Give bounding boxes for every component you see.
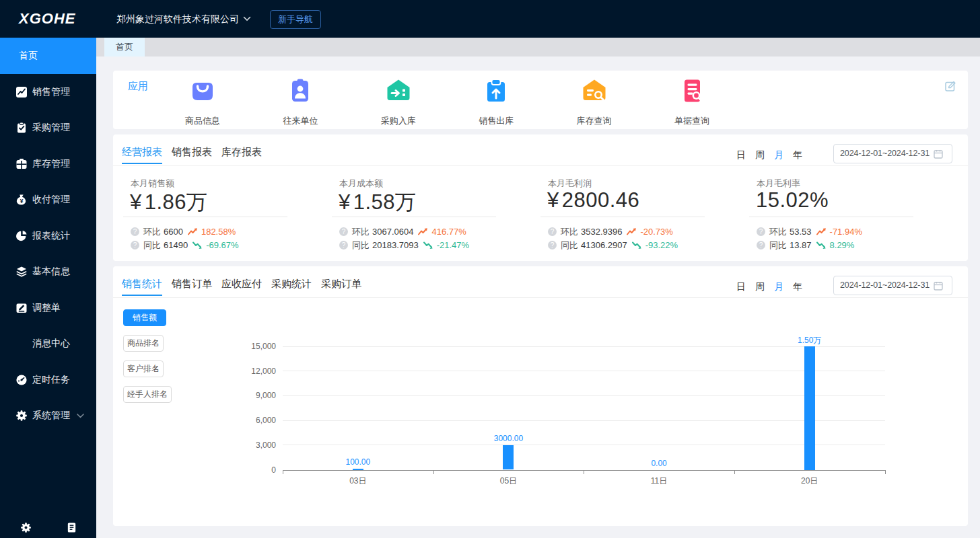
stat-row-name: 环比 [769, 226, 787, 238]
help-icon[interactable]: ? [548, 241, 557, 249]
timer-icon [15, 374, 28, 386]
x-axis-label: 11日 [632, 475, 686, 487]
stat-row-value: 41306.2907 [581, 240, 627, 250]
app-item-3[interactable]: 销售出库 [469, 77, 523, 127]
app-item-5[interactable]: 单据查询 [665, 77, 719, 127]
app-item-label: 采购入库 [372, 115, 425, 127]
chart-button-0[interactable]: 销售额 [123, 309, 166, 326]
sidebar-item-4[interactable]: ¥收付管理 [0, 182, 96, 219]
trend-up-icon [627, 227, 637, 236]
stat-row-value: 53.53 [790, 227, 812, 237]
stat-row-percent: -93.22% [645, 240, 678, 250]
sidebar-item-8[interactable]: 消息中心 [0, 326, 96, 362]
shopping-bag-icon [189, 77, 216, 104]
app-item-label: 往来单位 [273, 115, 327, 127]
app-item-label: 销售出库 [469, 115, 523, 127]
help-icon[interactable]: ? [339, 227, 348, 236]
period-年[interactable]: 年 [793, 149, 802, 161]
house-search-icon [581, 77, 608, 104]
sidebar-item-9[interactable]: 定时任务 [0, 362, 96, 398]
chevron-down-icon [77, 414, 84, 418]
chart-card: 销售统计销售订单应收应付采购统计采购订单 日周月年 2024-12-01~202… [113, 266, 968, 526]
x-axis-label: 05日 [481, 475, 535, 487]
report-tabs-row: 经营报表销售报表库存报表 日周月年 2024-12-01~2024-12-31 [113, 134, 968, 166]
trend-down-icon [423, 241, 433, 249]
trend-down-icon [193, 241, 203, 249]
stat-value: ¥2800.46 [547, 188, 639, 213]
stat-row-value: 6600 [164, 227, 183, 237]
stat-3-row-1: ? 同比 13.87 8.29% [757, 240, 854, 250]
chart-button-2[interactable]: 客户排名 [123, 360, 164, 377]
sidebar: 首页销售管理采购管理库存管理¥收付管理报表统计基本信息调整单消息中心定时任务系统… [0, 38, 96, 538]
sidebar-item-6[interactable]: 基本信息 [0, 254, 96, 291]
sidebar-item-3[interactable]: 库存管理 [0, 146, 96, 182]
help-icon[interactable]: ? [757, 227, 765, 236]
y-axis-label: 6,000 [236, 416, 276, 425]
settings-gear-icon[interactable] [20, 521, 32, 534]
stat-row-percent: -71.94% [830, 227, 862, 237]
help-icon[interactable]: ? [548, 227, 557, 236]
stat-0-row-1: ? 同比 61490 -69.67% [131, 240, 239, 250]
help-icon[interactable]: ? [339, 241, 348, 249]
chart-button-1[interactable]: 商品排名 [123, 335, 164, 352]
bar-0[interactable] [353, 469, 363, 470]
sidebar-item-home[interactable]: 首页 [0, 38, 96, 74]
bar-1[interactable] [503, 445, 514, 470]
stat-1-row-1: ? 同比 20183.7093 -21.47% [339, 240, 469, 250]
warehouse-in-icon [385, 77, 412, 104]
money-bag-icon: ¥ [15, 194, 28, 206]
svg-text:¥: ¥ [20, 198, 24, 204]
app-item-1[interactable]: 往来单位 [273, 77, 327, 127]
bar-3[interactable] [804, 346, 815, 470]
report-tab-1[interactable]: 销售报表 [172, 134, 212, 164]
bar-value-label: 1.50万 [783, 335, 837, 346]
company-selector[interactable]: 郑州象过河软件技术有限公司 [116, 0, 239, 38]
top-bar: XGOHE 郑州象过河软件技术有限公司 新手导航 [0, 0, 980, 38]
clipboard-out-icon [483, 77, 510, 104]
sidebar-item-5[interactable]: 报表统计 [0, 218, 96, 254]
tab-bar: 首页 [96, 38, 980, 56]
sidebar-item-2[interactable]: 采购管理 [0, 110, 96, 147]
sidebar-item-7[interactable]: 调整单 [0, 290, 96, 326]
sidebar-item-10[interactable]: 系统管理 [0, 398, 96, 434]
layers-icon [15, 266, 28, 278]
y-axis-label: 12,000 [236, 367, 276, 376]
sidebar-item-1[interactable]: 销售管理 [0, 74, 96, 110]
bar-value-label: 100.00 [331, 457, 385, 467]
stat-1-row-0: ? 环比 3067.0604 416.77% [339, 227, 466, 237]
report-date-range[interactable]: 2024-12-01~2024-12-31 [833, 144, 952, 163]
period-日[interactable]: 日 [736, 149, 746, 161]
stat-row-name: 环比 [561, 226, 578, 238]
main-content: 应用 商品信息 往来单位 采购入库 销售出库 库存查询 单据查询 经营报表销售报… [96, 56, 980, 538]
help-icon[interactable]: ? [757, 241, 765, 249]
app-item-2[interactable]: 采购入库 [372, 77, 425, 127]
apps-card-title: 应用 [128, 80, 148, 93]
bar-value-label: 0.00 [632, 459, 686, 468]
y-axis-label: 9,000 [236, 391, 276, 400]
tab-home[interactable]: 首页 [104, 38, 145, 56]
report-period-selector: 日周月年 [727, 149, 802, 161]
help-icon[interactable]: ? [131, 227, 139, 236]
trend-up-icon [188, 227, 198, 236]
doc-search-icon [678, 77, 705, 104]
app-item-0[interactable]: 商品信息 [176, 77, 230, 127]
trend-up-icon [418, 227, 428, 236]
period-周[interactable]: 周 [755, 149, 765, 161]
sidebar-item-label: 报表统计 [32, 230, 70, 242]
stat-3-row-0: ? 环比 53.53 -71.94% [757, 227, 862, 237]
newbie-guide-button[interactable]: 新手导航 [270, 10, 321, 29]
help-icon[interactable]: ? [131, 241, 139, 249]
edit-icon[interactable] [945, 80, 956, 91]
app-item-label: 单据查询 [665, 115, 719, 127]
app-item-4[interactable]: 库存查询 [567, 77, 621, 127]
document-icon[interactable] [66, 521, 77, 534]
report-tab-0[interactable]: 经营报表 [122, 134, 162, 164]
y-axis-label: 15,000 [236, 342, 276, 351]
period-月[interactable]: 月 [774, 149, 783, 161]
report-tab-2[interactable]: 库存报表 [221, 134, 262, 164]
chart-button-3[interactable]: 经手人排名 [123, 386, 172, 403]
trend-down-icon [816, 241, 827, 249]
trend-down-icon [632, 241, 642, 249]
sidebar-item-label: 采购管理 [32, 122, 70, 134]
trend-up-icon [816, 227, 827, 236]
